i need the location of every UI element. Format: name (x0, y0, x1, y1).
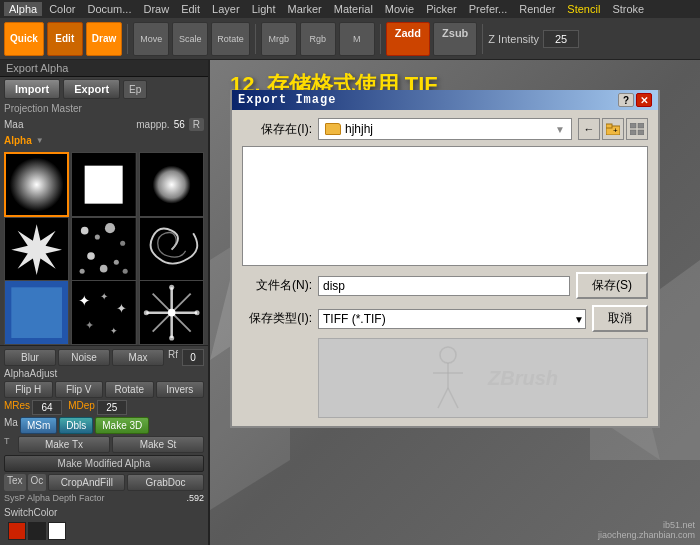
import-export-row: Import Export Ep (0, 77, 208, 101)
move-tool-btn[interactable]: Move (133, 22, 169, 56)
folder-display[interactable]: hjhjhj ▼ (318, 118, 572, 140)
menu-preferences[interactable]: Prefer... (464, 2, 513, 16)
swatch-black[interactable] (28, 522, 46, 540)
cancel-button[interactable]: 取消 (592, 305, 648, 332)
rotate-tool-btn[interactable]: Rotate (211, 22, 250, 56)
make-tx-btn[interactable]: Make Tx (18, 436, 110, 453)
swatch-red[interactable] (8, 522, 26, 540)
zadd-btn[interactable]: Zadd (386, 22, 430, 56)
make-tx-row: T Make Tx Make St (4, 436, 204, 453)
svg-text:✦: ✦ (100, 291, 108, 302)
menu-alpha[interactable]: Alpha (4, 2, 42, 16)
invers-btn[interactable]: Invers (156, 381, 205, 398)
menu-movie[interactable]: Movie (380, 2, 419, 16)
alpha-thumb-2[interactable] (71, 152, 136, 217)
mrgb-btn[interactable]: Mrgb (261, 22, 297, 56)
svg-marker-7 (11, 224, 62, 275)
make-st-btn[interactable]: Make St (112, 436, 204, 453)
dialog-close-btn[interactable]: ✕ (636, 93, 652, 107)
menu-edit[interactable]: Edit (176, 2, 205, 16)
alpha-depth-val: .592 (186, 493, 204, 503)
m-btn[interactable]: M (339, 22, 375, 56)
alpha-thumb-9[interactable] (139, 280, 204, 345)
msm-btn[interactable]: MSm (20, 417, 57, 434)
export-button[interactable]: Export (63, 79, 120, 99)
menu-draw[interactable]: Draw (138, 2, 174, 16)
alpha-thumb-7[interactable] (4, 280, 69, 345)
new-folder-btn[interactable]: + (602, 118, 624, 140)
svg-point-17 (80, 269, 85, 274)
mres-input[interactable] (32, 400, 62, 415)
crop-fill-btn[interactable]: CropAndFill (48, 474, 125, 491)
menu-color[interactable]: Color (44, 2, 80, 16)
svg-point-10 (95, 234, 100, 239)
flip-row: Flip H Flip V Rotate Invers (4, 381, 204, 398)
rgb-btn[interactable]: Rgb (300, 22, 336, 56)
sidebar-export-alpha-header: Export Alpha (0, 60, 208, 77)
quick-tool-btn[interactable]: Quick (4, 22, 44, 56)
import-button[interactable]: Import (4, 79, 60, 99)
blur-btn[interactable]: Blur (4, 349, 56, 366)
alpha-thumb-3[interactable] (139, 152, 204, 217)
swatch-white[interactable] (48, 522, 66, 540)
edit-tool-btn[interactable]: Edit (47, 22, 83, 56)
menu-material[interactable]: Material (329, 2, 378, 16)
noise-btn[interactable]: Noise (58, 349, 110, 366)
new-folder-icon: + (606, 123, 620, 135)
menu-stroke[interactable]: Stroke (607, 2, 649, 16)
mres-row: MRes MDep (4, 400, 204, 415)
make-modified-alpha-btn[interactable]: Make Modified Alpha (4, 455, 204, 472)
zbrush-preview-area: ZBrush (318, 338, 648, 418)
t-label: T (4, 436, 16, 453)
svg-text:✦: ✦ (117, 302, 128, 316)
svg-point-34 (169, 335, 174, 340)
ep-button[interactable]: Ep (123, 80, 147, 99)
filename-input[interactable] (318, 276, 570, 296)
menu-document[interactable]: Docum... (82, 2, 136, 16)
max-btn[interactable]: Max (112, 349, 164, 366)
scale-tool-btn[interactable]: Scale (172, 22, 208, 56)
save-button[interactable]: 保存(S) (576, 272, 648, 299)
svg-point-36 (194, 310, 199, 315)
zbrush-logo-svg (408, 343, 488, 413)
alpha-thumb-8[interactable]: ✦ ✦ ✦ ✦ ✦ (71, 280, 136, 345)
svg-point-5 (152, 166, 190, 204)
flip-v-btn[interactable]: Flip V (55, 381, 104, 398)
nav-back-btn[interactable]: ← (578, 118, 600, 140)
menu-marker[interactable]: Marker (282, 2, 326, 16)
dialog-help-btn[interactable]: ? (618, 93, 634, 107)
alpha-thumb-6[interactable] (139, 217, 204, 282)
file-list-area[interactable] (242, 146, 648, 266)
make3d-btn[interactable]: Make 3D (95, 417, 149, 434)
blur-noise-row: Blur Noise Max Rf (4, 349, 204, 366)
toolbar-separator-3 (380, 24, 381, 54)
filetype-select[interactable]: TIFF (*.TIF) (318, 309, 586, 329)
z-intensity-input[interactable] (543, 30, 579, 48)
maa-label: Maa (4, 119, 132, 130)
svg-text:✦: ✦ (85, 319, 94, 331)
menu-stencil[interactable]: Stencil (562, 2, 605, 16)
svg-text:✦: ✦ (110, 326, 118, 336)
projection-label: Projection Master (4, 103, 82, 114)
alpha-thumb-4[interactable] (4, 217, 69, 282)
menu-layer[interactable]: Layer (207, 2, 245, 16)
flip-h-btn[interactable]: Flip H (4, 381, 53, 398)
rotate-alpha-btn[interactable]: Rotate (105, 381, 154, 398)
zsub-btn[interactable]: Zsub (433, 22, 477, 56)
alpha-thumb-5[interactable] (71, 217, 136, 282)
svg-text:+: + (613, 126, 618, 135)
svg-rect-20 (11, 287, 62, 338)
alpha-thumb-1[interactable] (4, 152, 69, 217)
draw-tool-btn[interactable]: Draw (86, 22, 122, 56)
grab-doc-btn[interactable]: GrabDoc (127, 474, 204, 491)
menu-render[interactable]: Render (514, 2, 560, 16)
menu-picker[interactable]: Picker (421, 2, 462, 16)
svg-point-35 (143, 310, 148, 315)
menu-light[interactable]: Light (247, 2, 281, 16)
rf-input[interactable] (182, 349, 204, 366)
dialog-body: 保存在(I): hjhjhj ▼ ← + (232, 110, 658, 426)
mdep-input[interactable] (97, 400, 127, 415)
alpha-depth-label: Alpha Depth Factor (27, 493, 184, 503)
dbls-btn[interactable]: Dbls (59, 417, 93, 434)
view-options-btn[interactable] (626, 118, 648, 140)
